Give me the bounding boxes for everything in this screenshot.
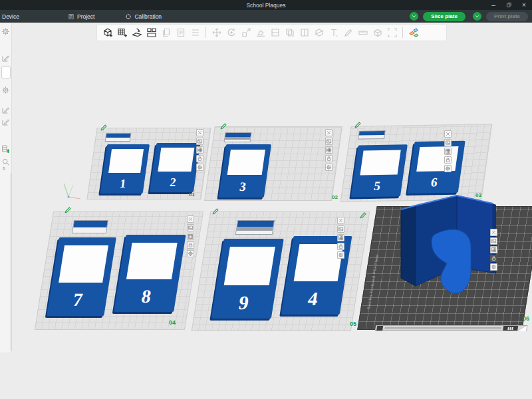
plate-settings-icon[interactable] — [444, 165, 452, 172]
tab-device-label: Device — [2, 13, 19, 20]
menu-bar: Device Project Calibration Slice plate P… — [0, 10, 532, 23]
arrange-plate-icon[interactable] — [187, 233, 194, 240]
wipe-tower[interactable] — [235, 220, 275, 235]
plaque-model[interactable]: 3 — [219, 144, 271, 198]
slice-plate-button[interactable]: Slice plate — [423, 12, 466, 21]
print-plate-button[interactable]: Print plate — [486, 12, 528, 21]
minimize-icon[interactable]: – — [489, 1, 497, 9]
plate-preview-icon[interactable] — [490, 237, 497, 245]
plaque-model[interactable]: 2 — [150, 143, 200, 192]
lock-plate-icon[interactable] — [444, 156, 452, 164]
plaque-model[interactable]: 7 — [47, 237, 116, 316]
wipe-tower[interactable] — [223, 132, 251, 142]
edit-plate-name-icon[interactable] — [359, 210, 367, 218]
lock-plate-icon[interactable] — [325, 155, 332, 162]
gear-icon[interactable] — [1, 85, 10, 94]
lock-plate-icon[interactable] — [337, 243, 344, 250]
print-options-dropdown[interactable] — [473, 12, 481, 21]
plate-settings-icon[interactable] — [490, 263, 497, 271]
edit-plate-name-icon[interactable] — [100, 122, 108, 130]
slice-options-dropdown[interactable] — [410, 12, 418, 21]
plaque-model[interactable]: 8 — [114, 235, 186, 312]
plaque-photo-window — [158, 148, 194, 172]
chevron-down-icon — [411, 13, 417, 19]
plate-preview-icon[interactable] — [337, 225, 344, 233]
arrange-plate-icon[interactable] — [444, 148, 452, 155]
plate-preview-icon[interactable] — [196, 138, 203, 145]
plaque-number: 2 — [150, 172, 196, 192]
build-plate-03[interactable]: 5 6 — [340, 124, 493, 202]
chevron-down-icon — [474, 13, 480, 19]
lock-plate-icon[interactable] — [490, 255, 497, 262]
plate-preview-icon[interactable] — [444, 139, 452, 146]
edit-plate-name-icon[interactable] — [64, 205, 72, 213]
plaque-model[interactable]: 6 — [407, 141, 465, 194]
tab-project[interactable]: Project — [61, 10, 101, 23]
tab-device[interactable]: Device — [0, 10, 24, 23]
plaque-model[interactable]: 9 — [211, 239, 284, 319]
edit-plate-name-icon[interactable] — [211, 206, 219, 214]
plate-front-edge — [375, 325, 527, 331]
build-plate-04[interactable]: 7 8 — [35, 211, 203, 330]
edit-plate-name-icon[interactable] — [354, 120, 362, 128]
delete-plate-icon[interactable] — [444, 130, 452, 138]
plaque-model[interactable]: 5 — [351, 144, 408, 197]
plaque-photo-window — [416, 146, 458, 172]
plate-preview-icon[interactable] — [325, 138, 332, 145]
plate-corner-icons — [325, 129, 332, 171]
plaque-model[interactable]: 1 — [100, 144, 150, 194]
delete-plate-icon[interactable] — [325, 129, 332, 136]
viewport-3d[interactable]: 1 2 01 3 02 5 — [12, 23, 532, 399]
plate-corner-triangle — [518, 326, 527, 331]
plaque-number: 6 — [407, 172, 461, 194]
plate-settings-icon[interactable] — [187, 250, 194, 257]
lock-plate-icon[interactable] — [187, 241, 194, 249]
delete-plate-icon[interactable] — [490, 229, 497, 236]
arrange-plate-icon[interactable] — [325, 146, 332, 154]
gear-icon[interactable] — [1, 27, 10, 35]
delete-plate-icon[interactable] — [187, 215, 194, 223]
plate-settings-icon[interactable] — [325, 164, 332, 171]
preset-select-box[interactable] — [1, 66, 11, 78]
tab-calibration[interactable]: Calibration — [118, 10, 168, 23]
wipe-tower[interactable] — [105, 133, 132, 142]
plaque-photo-window — [224, 247, 276, 285]
sidebar-scrollbar[interactable] — [11, 173, 11, 351]
delete-plate-icon[interactable] — [196, 129, 203, 136]
edit-plate-name-icon[interactable] — [219, 121, 227, 129]
model-blue-open-box[interactable] — [396, 193, 497, 307]
plate-number-label: 05 — [350, 321, 356, 327]
plaque-photo-window — [126, 243, 178, 280]
origin-axes-gizmo — [60, 181, 82, 202]
tab-calibration-label: Calibration — [134, 13, 162, 20]
build-plate-01[interactable]: 1 2 — [86, 128, 211, 200]
delete-plate-icon[interactable] — [337, 217, 344, 224]
edit-preset-icon[interactable] — [1, 53, 10, 62]
plate-settings-icon[interactable] — [196, 164, 203, 171]
plate-brand-text: Bambu Textured PEI Plate — [366, 223, 384, 309]
wipe-tower[interactable] — [358, 130, 386, 140]
plate-settings-icon[interactable] — [337, 251, 344, 259]
plaque-number: 1 — [100, 174, 146, 194]
arrange-plate-icon[interactable] — [196, 146, 203, 154]
search-icon[interactable] — [1, 157, 10, 166]
window-controls: – × — [489, 0, 528, 10]
edit-icon[interactable] — [1, 105, 10, 114]
arrange-plate-icon[interactable] — [337, 234, 344, 241]
edit-icon[interactable] — [1, 117, 10, 126]
plate-corner-icons — [490, 229, 497, 271]
filament-icon[interactable] — [1, 144, 10, 152]
restore-icon[interactable] — [505, 1, 513, 9]
close-icon[interactable]: × — [520, 1, 528, 9]
build-plate-02[interactable]: 3 — [204, 126, 342, 201]
calibration-icon — [125, 13, 132, 20]
left-sidebar-clipped: s — [0, 23, 12, 352]
arrange-plate-icon[interactable] — [490, 246, 497, 253]
plate-corner-icons — [444, 130, 452, 172]
plate-preview-icon[interactable] — [187, 224, 194, 231]
tab-project-label: Project — [77, 13, 94, 20]
lock-plate-icon[interactable] — [196, 155, 203, 162]
plaque-number: 9 — [211, 287, 277, 319]
plaque-photo-window — [59, 245, 108, 283]
wipe-tower[interactable] — [72, 220, 108, 233]
